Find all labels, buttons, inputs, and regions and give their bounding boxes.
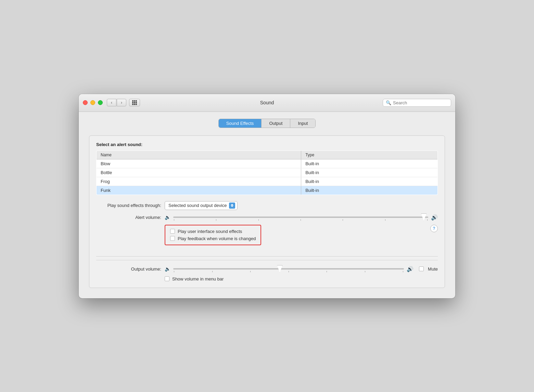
arrow-down-icon (231, 206, 233, 207)
play-through-row: Play sound effects through: Selected sou… (96, 201, 438, 210)
alert-volume-slider-container: 🔈 🔊 (165, 214, 438, 221)
ui-sounds-checkbox[interactable] (170, 229, 175, 234)
output-volume-row: Output volume: 🔈 🔊 (96, 266, 438, 272)
col-header-name: Name (97, 151, 301, 159)
output-slider-ticks (173, 271, 404, 272)
minimize-button[interactable] (90, 100, 95, 105)
ui-sounds-row: Play user interface sound effects (170, 229, 256, 234)
maximize-button[interactable] (98, 100, 103, 105)
content-area: Sound Effects Output Input Select an ale… (79, 112, 455, 298)
tab-bar: Sound Effects Output Input (89, 119, 445, 128)
help-button[interactable]: ? (430, 225, 438, 232)
sound-name: Blow (97, 159, 301, 168)
mute-checkbox[interactable] (419, 266, 424, 271)
sound-name: Funk (97, 186, 301, 195)
close-button[interactable] (83, 100, 88, 105)
arrow-up-icon (231, 204, 233, 205)
play-through-label: Play sound effects through: (96, 203, 161, 208)
output-volume-section: Output volume: 🔈 🔊 (96, 260, 438, 282)
alert-volume-slider[interactable] (173, 217, 428, 218)
show-volume-label: Show volume in menu bar (172, 276, 224, 282)
sound-name: Frog (97, 177, 301, 186)
col-header-type: Type (301, 151, 438, 159)
output-volume-high-icon: 🔊 (407, 266, 414, 272)
tab-sound-effects[interactable]: Sound Effects (219, 119, 262, 128)
show-volume-row: Show volume in menu bar (165, 276, 438, 282)
search-input[interactable] (393, 100, 448, 105)
traffic-lights (83, 100, 103, 105)
output-volume-label: Output volume: (96, 266, 161, 272)
main-window: ‹ › Sound 🔍 Sound Effects Output Input (79, 94, 455, 298)
nav-buttons: ‹ › (107, 99, 126, 106)
feedback-row: Play feedback when volume is changed (170, 236, 256, 241)
volume-high-icon: 🔊 (431, 214, 438, 221)
sound-type: Built-in (301, 186, 438, 195)
feedback-checkbox[interactable] (170, 236, 175, 241)
sound-type: Built-in (301, 159, 438, 168)
forward-button[interactable]: › (117, 99, 126, 106)
tab-input[interactable]: Input (290, 119, 315, 128)
table-row[interactable]: Bottle Built-in (97, 168, 438, 177)
output-volume-low-icon: 🔈 (165, 266, 170, 272)
table-row[interactable]: Funk Built-in (97, 186, 438, 195)
checkbox-highlight-box: Play user interface sound effects Play f… (165, 225, 261, 245)
feedback-label: Play feedback when volume is changed (178, 236, 256, 241)
select-arrow-icon (229, 202, 235, 209)
grid-icon (132, 100, 137, 105)
back-button[interactable]: ‹ (107, 99, 116, 106)
sound-name: Bottle (97, 168, 301, 177)
alert-sound-title: Select an alert sound: (96, 142, 438, 147)
sound-type: Built-in (301, 177, 438, 186)
volume-low-icon: 🔈 (165, 214, 170, 220)
table-row[interactable]: Frog Built-in (97, 177, 438, 186)
search-box[interactable]: 🔍 (383, 99, 451, 107)
sound-type: Built-in (301, 168, 438, 177)
tab-group: Sound Effects Output Input (218, 119, 316, 128)
grid-button[interactable] (129, 99, 140, 106)
table-row[interactable]: Blow Built-in (97, 159, 438, 168)
mute-label: Mute (428, 266, 438, 272)
sound-table: Name Type Blow Built-in Bottle Built-in … (96, 151, 438, 195)
output-volume-slider[interactable] (173, 268, 404, 270)
show-volume-checkbox[interactable] (165, 276, 169, 281)
alert-volume-row: Alert volume: 🔈 🔊 (96, 214, 438, 221)
ui-sounds-label: Play user interface sound effects (178, 229, 242, 234)
output-device-select[interactable]: Selected sound output device (165, 201, 238, 210)
window-title: Sound (260, 100, 274, 105)
slider-ticks (173, 219, 428, 221)
titlebar: ‹ › Sound 🔍 (79, 94, 455, 112)
alert-volume-label: Alert volume: (96, 215, 161, 220)
output-device-value: Selected sound output device (168, 203, 227, 208)
tab-output[interactable]: Output (262, 119, 290, 128)
search-icon: 🔍 (386, 100, 391, 105)
output-volume-slider-container: 🔈 🔊 Mute (165, 266, 438, 272)
section-divider (96, 256, 438, 257)
settings-panel: Select an alert sound: Name Type Blow Bu… (89, 135, 445, 288)
